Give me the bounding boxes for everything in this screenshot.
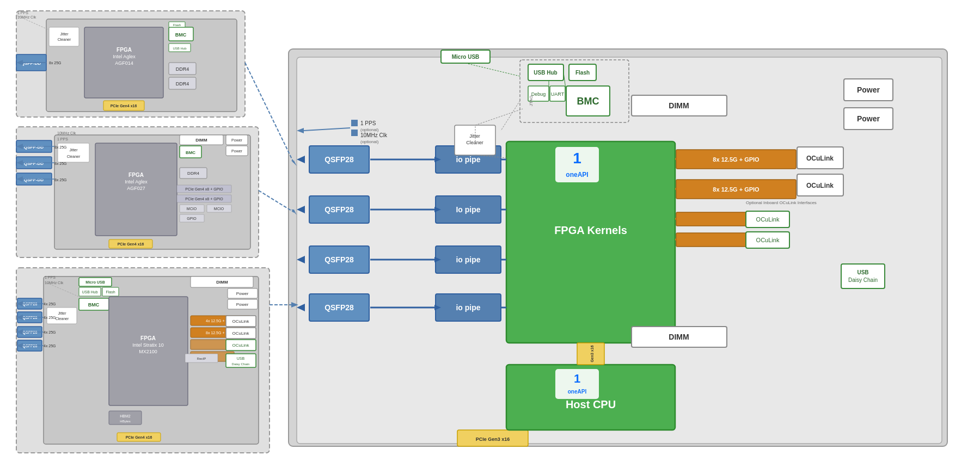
io-pipe-2-label: Io pipe [456, 205, 480, 214]
oculink-1-label: OCuLink [806, 155, 834, 162]
card3-s3: 4x 25G [44, 330, 56, 334]
card3-jitter: Jitter [58, 311, 66, 315]
card3-fpga-label: FPGA [140, 335, 156, 341]
card3-pps: 1 PPS [45, 275, 56, 279]
svg-rect-58 [351, 130, 358, 136]
micro-usb-label: Micro USB [452, 54, 480, 60]
pps-label: 1 PPS [360, 120, 376, 126]
card3-fpga-model: MX2100 [139, 349, 157, 354]
io-pipe-4-label: io pipe [456, 303, 480, 312]
svg-rect-57 [351, 120, 358, 126]
card3-flash: Flash [106, 290, 115, 294]
card3-power2: Power [236, 302, 249, 307]
card3-hbm2: HBM2 [120, 414, 131, 418]
card3-microusb: Micro USB [85, 280, 105, 284]
card3-oculink1: OCuLink [232, 319, 249, 324]
qsfp28-2-label: QSFP28 [324, 205, 354, 214]
card2-mcio2: MCIO [214, 207, 224, 211]
card2-clk: 10MHz Clk [57, 131, 76, 135]
card3-qsfp1: QSFP28 [23, 302, 38, 306]
oculink-3-label: OCuLink [756, 216, 780, 223]
oculink-2-label: OCuLink [806, 182, 834, 189]
card2-bmc: BMC [186, 150, 195, 155]
card2-pcie1: PCIe Gen4 x8 + GPIO [185, 187, 223, 191]
usb-daisy-sub-label: Daisy Chain [848, 277, 878, 283]
svg-rect-64 [49, 27, 79, 46]
card2-jitter2: Cleaner [67, 155, 81, 158]
host-cpu-label: Host CPU [566, 398, 616, 410]
card3-power1: Power [236, 291, 249, 296]
qsfp28-4-label: QSFP28 [324, 303, 354, 312]
card1-usbhub: USB Hub [173, 47, 187, 50]
card2-power2: Power [231, 149, 243, 153]
card3-recip: RecIP [197, 357, 206, 360]
card1-clk: 10MHz Clk [17, 15, 36, 19]
uart-label: UART [551, 91, 565, 97]
card3-fpga-name: Intel Stratix 10 [132, 342, 164, 348]
card3-bmc: BMC [88, 302, 100, 308]
card1-ddr4-1: DDR4 [176, 66, 189, 72]
card2-fpga-label: FPGA [128, 172, 144, 178]
card2-pcie2: PCIe Gen4 x8 + GPIO [185, 197, 223, 201]
card1-fpga-model: AGF014 [115, 60, 133, 66]
svg-text:1: 1 [574, 372, 580, 385]
svg-text:oneAPI: oneAPI [568, 389, 587, 395]
card2-speed1: 8x 25G [54, 145, 67, 149]
svg-rect-55 [841, 264, 885, 288]
jtag-label: JTAG [529, 95, 534, 106]
jitter-cleaner-label2: Cleaner [466, 140, 483, 145]
card2-speed2: 8x 25G [54, 162, 67, 165]
card2-fpga-name: Intel Aglex [125, 179, 148, 185]
card2-pps2: 1 PPS [57, 137, 68, 141]
card1-fpga-name: Intel Aglex [113, 54, 136, 59]
card2-ddr4: DDR4 [187, 171, 199, 176]
card2-gpio: GPIO [187, 217, 197, 220]
card2-jitter: Jitter [69, 148, 78, 152]
pcie-label: PCIe Gen3 x16 [476, 437, 510, 442]
card1-qsfp: QSFP-DD [21, 61, 41, 66]
card1-pcie: PCIe Gen4 x16 [111, 104, 137, 108]
card3-qsfp4: QSFP28 [23, 344, 38, 348]
card3-clk: 10MHz Clk [45, 281, 64, 285]
qsfp28-3-label: QSFP28 [324, 255, 354, 264]
dimm-2-label: DIMM [669, 333, 689, 341]
card2-qsfp1: QSFP-DD [24, 145, 44, 150]
card1-pps: 1 PPS [17, 11, 28, 15]
fpga-kernels-label: FPGA Kernels [554, 224, 627, 236]
card2-fpga-model: AGF027 [127, 186, 145, 191]
svg-text:oneAPI: oneAPI [566, 171, 588, 179]
card1-bmc: BMC [175, 32, 187, 38]
bmc-label: BMC [577, 96, 599, 107]
card3-s1: 4x 25G [44, 302, 56, 306]
card2-power1: Power [231, 138, 243, 142]
card2-qsfp2: QSFP-DD [24, 161, 44, 166]
usb-daisy-label: USB [857, 269, 868, 275]
card2-qsfp3: QSFP-DD [24, 177, 44, 182]
svg-text:1: 1 [573, 150, 581, 167]
power-1-label: Power [857, 85, 880, 94]
card3-s4: 4x 25G [44, 344, 56, 348]
card2-dimm: DIMM [195, 138, 207, 143]
card3-usbhub: USB Hub [82, 290, 97, 294]
lane2-label: 8x 12.5G + GPIO [713, 186, 759, 193]
usb-hub-label: USB Hub [534, 70, 557, 76]
card2-speed3: 8x 25G [54, 178, 67, 182]
io-pipe-1-label: io pipe [456, 155, 480, 164]
card1-jitter-label: Jitter [60, 32, 69, 36]
card3-oculink2: OCuLink [232, 331, 249, 336]
card3-s2: 4x 25G [44, 316, 56, 319]
power-2-label: Power [857, 114, 880, 123]
card1-fpga-label: FPGA [117, 47, 132, 53]
card3-oculink3: OCuLink [232, 343, 249, 348]
card1-flash: Flash [173, 23, 181, 27]
dimm-1-label: DIMM [669, 101, 689, 110]
card1-jitter-label2: Cleaner [58, 38, 71, 41]
pcie-vert-label: Gen3 x16 [590, 345, 594, 362]
flash-label: Flash [575, 70, 590, 76]
optional-oculink-text: Optional Inboard OCuLink Interfaces [746, 200, 817, 205]
oculink-4-label: OCuLink [756, 237, 780, 243]
jitter-cleaner-label: Jitter [469, 133, 480, 139]
card2-mcio1: MCIO [187, 207, 197, 211]
card3-qsfp2: QSFP28 [23, 316, 38, 320]
card3-pcie: PCIe Gen4 x16 [126, 435, 152, 439]
